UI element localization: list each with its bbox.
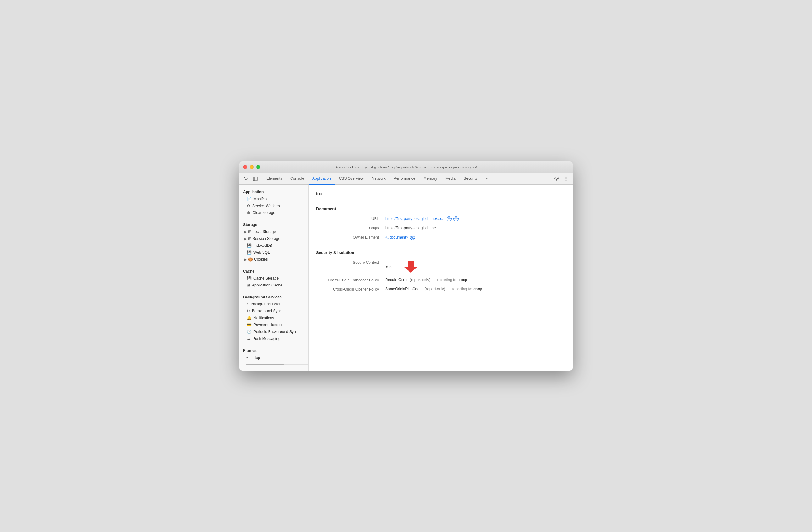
frame-icon: □	[251, 355, 253, 360]
coop-reporting-label: reporting to: coop	[452, 287, 482, 291]
expand-arrow-cookies: ▶	[244, 258, 247, 261]
coep-label: Cross-Origin Embedder Policy	[316, 278, 385, 282]
main-content: top Document URL https://first-party-tes…	[308, 185, 573, 370]
svg-point-11	[412, 236, 413, 237]
sidebar-item-local-storage[interactable]: ▶ ⊞ Local Storage	[239, 228, 308, 235]
section-divider-2	[316, 245, 565, 245]
close-button[interactable]	[243, 165, 247, 169]
secure-context-value: Yes	[385, 260, 419, 273]
sidebar-section-storage: Storage	[239, 220, 308, 228]
cookies-icon: 🍪	[248, 257, 253, 262]
page-title: top	[316, 191, 565, 196]
devtools-body: Application 📄 Manifest ⚙ Service Workers…	[239, 185, 573, 370]
devtools-window: DevTools - first-party-test.glitch.me/co…	[239, 162, 573, 370]
local-storage-icon: ⊞	[248, 229, 251, 234]
red-arrow-annotation	[403, 260, 419, 273]
sidebar-item-background-fetch[interactable]: ↕ Background Fetch	[239, 300, 308, 308]
owner-link[interactable]: <#document>	[385, 235, 408, 240]
minimize-button[interactable]	[250, 165, 254, 169]
sidebar-item-background-sync[interactable]: ↻ Background Sync	[239, 308, 308, 314]
tab-css-overview[interactable]: CSS Overview	[335, 173, 367, 185]
svg-point-5	[566, 180, 567, 181]
sidebar-item-payment-handler[interactable]: 💳 Payment Handler	[239, 321, 308, 328]
svg-marker-12	[404, 261, 417, 272]
tab-media[interactable]: Media	[441, 173, 460, 185]
more-tabs-button[interactable]: »	[482, 173, 492, 185]
field-row-origin: Origin https://first-party-test.glitch.m…	[316, 226, 565, 230]
coep-policy-tag: (report-only)	[410, 278, 430, 282]
sidebar: Application 📄 Manifest ⚙ Service Workers…	[239, 185, 308, 370]
sidebar-item-indexeddb[interactable]: 💾 IndexedDB	[239, 242, 308, 249]
tab-memory[interactable]: Memory	[420, 173, 441, 185]
expand-arrow-session-storage: ▶	[244, 237, 247, 240]
background-fetch-icon: ↕	[247, 302, 249, 306]
coop-label: Cross-Origin Opener Policy	[316, 287, 385, 292]
coop-reporting-value: coop	[473, 287, 482, 291]
expand-arrow-local-storage: ▶	[244, 230, 247, 234]
settings-icon[interactable]	[553, 175, 561, 183]
indexeddb-icon: 💾	[247, 243, 251, 248]
toolbar-right	[553, 175, 570, 183]
tab-network[interactable]: Network	[368, 173, 389, 185]
sidebar-section-frames: Frames	[239, 346, 308, 354]
svg-point-2	[556, 178, 557, 179]
coep-reporting-label: reporting to: coep	[437, 278, 467, 282]
url-link[interactable]: https://first-party-test.glitch.me/co…	[385, 216, 445, 221]
coop-value: SameOriginPlusCoep (report-only) reporti…	[385, 287, 482, 291]
more-options-icon[interactable]	[562, 175, 570, 183]
coep-reporting-value: coep	[459, 278, 467, 282]
coop-policy-value: SameOriginPlusCoep	[385, 287, 421, 291]
dock-icon[interactable]	[251, 175, 259, 183]
application-cache-icon: ⊞	[247, 283, 250, 288]
sidebar-item-service-workers[interactable]: ⚙ Service Workers	[239, 202, 308, 209]
maximize-button[interactable]	[256, 165, 260, 169]
sidebar-section-background: Background Services	[239, 292, 308, 300]
field-row-secure-context: Secure Context Yes	[316, 260, 565, 273]
field-row-url: URL https://first-party-test.glitch.me/c…	[316, 216, 565, 221]
manifest-icon: 📄	[247, 197, 251, 201]
sidebar-item-push-messaging[interactable]: ☁ Push Messaging	[239, 335, 308, 342]
sidebar-scrollbar[interactable]	[246, 364, 308, 365]
sidebar-item-cache-storage[interactable]: 💾 Cache Storage	[239, 275, 308, 282]
tab-elements[interactable]: Elements	[263, 173, 286, 185]
sidebar-item-top-frame[interactable]: ▼ □ top	[239, 354, 308, 361]
sidebar-item-cookies[interactable]: ▶ 🍪 Cookies	[239, 256, 308, 263]
session-storage-icon: ⊞	[248, 236, 251, 241]
web-sql-icon: 💾	[247, 250, 251, 255]
sidebar-item-web-sql[interactable]: 💾 Web SQL	[239, 249, 308, 256]
coep-policy-value: RequireCorp	[385, 278, 407, 282]
tab-application[interactable]: Application	[308, 173, 335, 185]
toolbar: Elements Console Application CSS Overvie…	[239, 173, 573, 185]
sidebar-section-cache: Cache	[239, 267, 308, 275]
section-divider-1	[316, 201, 565, 201]
cache-storage-icon: 💾	[247, 276, 251, 280]
tab-console[interactable]: Console	[287, 173, 308, 185]
sidebar-item-notifications[interactable]: 🔔 Notifications	[239, 314, 308, 321]
payment-handler-icon: 💳	[247, 323, 251, 327]
svg-point-4	[566, 178, 567, 179]
sidebar-item-manifest[interactable]: 📄 Manifest	[239, 195, 308, 202]
url-navigate-icon[interactable]	[453, 216, 459, 221]
sidebar-item-periodic-background-sync[interactable]: 🕐 Periodic Background Syn	[239, 328, 308, 335]
url-copy-icon[interactable]	[447, 216, 452, 221]
sidebar-section-application: Application	[239, 187, 308, 195]
cursor-icon[interactable]	[242, 175, 250, 183]
push-messaging-icon: ☁	[247, 337, 251, 341]
background-sync-icon: ↻	[247, 309, 250, 313]
notifications-icon: 🔔	[247, 316, 251, 320]
expand-arrow-top: ▼	[246, 356, 249, 360]
titlebar: DevTools - first-party-test.glitch.me/co…	[239, 162, 573, 173]
sidebar-item-application-cache[interactable]: ⊞ Application Cache	[239, 282, 308, 289]
tab-performance[interactable]: Performance	[390, 173, 419, 185]
coep-value: RequireCorp (report-only) reporting to: …	[385, 278, 467, 282]
tab-security[interactable]: Security	[460, 173, 481, 185]
sidebar-item-clear-storage[interactable]: 🗑 Clear storage	[239, 209, 308, 216]
sidebar-item-session-storage[interactable]: ▶ ⊞ Session Storage	[239, 235, 308, 242]
owner-info-icon[interactable]	[410, 235, 415, 240]
window-title: DevTools - first-party-test.glitch.me/co…	[239, 165, 573, 169]
field-row-coep: Cross-Origin Embedder Policy RequireCorp…	[316, 278, 565, 282]
document-section-header: Document	[316, 207, 565, 211]
secure-context-label: Secure Context	[316, 260, 385, 265]
coop-policy-tag: (report-only)	[424, 287, 445, 291]
url-label: URL	[316, 216, 385, 221]
